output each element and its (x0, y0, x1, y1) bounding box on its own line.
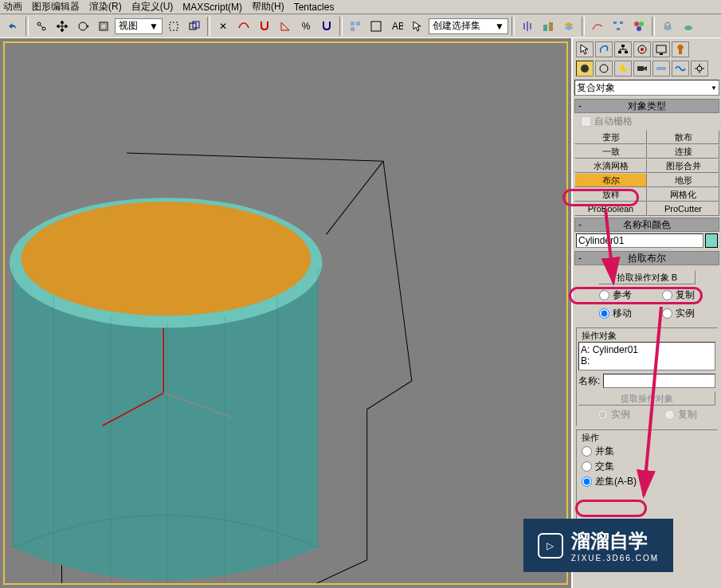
render-button[interactable] (679, 17, 698, 36)
connect-button[interactable]: 连接 (647, 144, 719, 159)
proboolean-button[interactable]: ProBoolean (574, 202, 647, 216)
object-name-input[interactable] (576, 233, 703, 248)
pick-operand-b-button[interactable]: 拾取操作对象 B (598, 270, 696, 284)
spacewarps-tab[interactable] (672, 61, 689, 76)
terrain-button[interactable]: 地形 (647, 173, 719, 187)
watermark-title: 溜溜自学 (571, 530, 648, 551)
render-setup-button[interactable] (658, 17, 677, 36)
perspective-viewport[interactable] (3, 41, 568, 585)
loft-button[interactable]: 放样 (574, 187, 647, 202)
axis-x-button[interactable]: ✕ (214, 17, 233, 36)
svg-point-20 (639, 22, 644, 26)
boolean-button[interactable]: 布尔 (574, 173, 647, 187)
svg-rect-16 (613, 22, 617, 24)
svg-rect-18 (617, 28, 620, 30)
copy-radio[interactable]: 复制 (659, 288, 698, 303)
menu-render[interactable]: 渲染(R) (89, 0, 122, 14)
menu-animation[interactable]: 动画 (3, 0, 22, 14)
operand-b-item[interactable]: B: (581, 355, 713, 367)
utilities-tab[interactable] (672, 41, 689, 57)
svg-rect-14 (543, 25, 547, 31)
mirror-tool-button[interactable] (518, 17, 537, 36)
view-dropdown[interactable]: 视图▼ (115, 18, 163, 34)
modify-tab[interactable] (595, 41, 613, 57)
svg-rect-58 (656, 67, 666, 70)
mirror-button[interactable] (234, 17, 253, 36)
command-panel: 复合对象 -对象类型 自动栅格 变形 散布 一致 连接 水滴网格 图形合并 布尔… (571, 38, 721, 588)
menu-maxscript[interactable]: MAXScript(M) (182, 2, 242, 13)
blobmesh-button[interactable]: 水滴网格 (574, 159, 647, 173)
motion-tab[interactable] (633, 41, 651, 57)
intersection-radio[interactable]: 交集 (578, 459, 715, 474)
selection-set-dropdown[interactable]: 创建选择集▼ (429, 18, 508, 34)
named-sets-button[interactable] (346, 17, 365, 36)
svg-point-3 (79, 22, 87, 30)
union-radio[interactable]: 并集 (578, 444, 715, 459)
operation-label: 操作 (582, 432, 715, 444)
material-editor-button[interactable] (629, 17, 649, 36)
link-button[interactable] (32, 17, 51, 36)
morph-button[interactable]: 变形 (574, 130, 647, 144)
instance-radio[interactable]: 实例 (659, 306, 698, 321)
keyboard-button[interactable]: ABC (387, 17, 406, 36)
scatter-button[interactable]: 散布 (647, 130, 719, 144)
auto-grid-checkbox[interactable]: 自动栅格 (574, 113, 719, 130)
pick-boolean-rollout[interactable]: -拾取布尔 (574, 251, 719, 265)
helpers-tab[interactable] (652, 61, 670, 76)
cameras-tab[interactable] (633, 61, 651, 76)
undo-button[interactable] (3, 17, 22, 36)
shapes-tab[interactable] (595, 61, 613, 76)
category-dropdown[interactable]: 复合对象 (574, 80, 719, 96)
operand-a-item[interactable]: A: Cylinder01 (581, 344, 713, 355)
rotate-button[interactable] (73, 17, 92, 36)
lights-tab[interactable] (614, 61, 632, 76)
svg-line-24 (127, 153, 383, 161)
menu-customize[interactable]: 自定义(U) (131, 0, 174, 14)
extract-copy-radio: 复制 (661, 407, 700, 422)
menu-help[interactable]: 帮助(H) (252, 0, 284, 14)
svg-line-26 (327, 161, 384, 234)
percent-snap-button[interactable]: % (296, 17, 315, 36)
align-button[interactable] (539, 17, 558, 36)
scale-button[interactable] (94, 17, 113, 36)
viewport-container (0, 38, 571, 588)
svg-text:ABC: ABC (392, 21, 403, 32)
watermark-url: ZIXUE.3D66.COM (571, 554, 659, 563)
reference-radio[interactable]: 参考 (596, 288, 635, 303)
procutter-button[interactable]: ProCutter (647, 202, 719, 216)
svg-rect-57 (637, 66, 644, 71)
shapemerge-button[interactable]: 图形合并 (647, 159, 719, 173)
extract-instance-radio: 实例 (594, 407, 633, 422)
move-button[interactable] (53, 17, 72, 36)
manage-sets-button[interactable] (366, 17, 386, 36)
layers-button[interactable] (559, 17, 578, 36)
move-radio[interactable]: 移动 (596, 306, 635, 321)
main-menu[interactable]: 动画 图形编辑器 渲染(R) 自定义(U) MAXScript(M) 帮助(H)… (0, 0, 721, 14)
window-crossing-button[interactable] (185, 17, 204, 36)
select-button[interactable] (164, 17, 183, 36)
pointer-button[interactable] (408, 17, 427, 36)
watermark-badge: ▷ 溜溜自学 ZIXUE.3D66.COM (523, 519, 673, 572)
hierarchy-tab[interactable] (614, 41, 632, 57)
display-tab[interactable] (652, 41, 670, 57)
curve-editor-button[interactable] (588, 17, 607, 36)
subtraction-ab-radio[interactable]: 差集(A-B) (578, 474, 715, 489)
mesher-button[interactable]: 网格化 (647, 187, 719, 202)
object-type-rollout[interactable]: -对象类型 (574, 99, 719, 113)
systems-tab[interactable] (691, 61, 708, 76)
name-color-rollout[interactable]: -名称和颜色 (574, 218, 719, 232)
menu-graph[interactable]: 图形编辑器 (32, 0, 80, 14)
geometry-tab[interactable] (576, 61, 594, 76)
spinner-snap-button[interactable] (317, 17, 336, 36)
angle-snap-button[interactable] (276, 17, 295, 36)
svg-rect-5 (101, 24, 106, 29)
operand-name-input[interactable] (603, 374, 715, 388)
create-tab[interactable] (576, 41, 594, 57)
operands-listbox[interactable]: A: Cylinder01 B: (578, 342, 715, 370)
schematic-button[interactable] (609, 17, 628, 36)
conform-button[interactable]: 一致 (574, 144, 647, 159)
svg-point-52 (641, 48, 644, 51)
object-color-swatch[interactable] (705, 233, 718, 248)
snap-toggle-button[interactable] (255, 17, 274, 36)
menu-tentacles[interactable]: Tentacles (294, 2, 335, 13)
